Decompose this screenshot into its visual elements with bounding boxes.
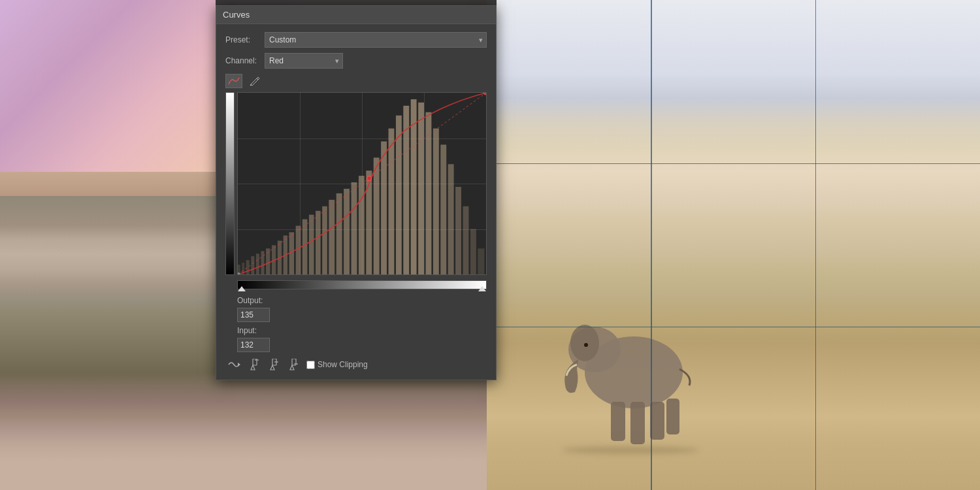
curves-canvas-container xyxy=(237,92,487,275)
svg-rect-23 xyxy=(322,206,327,274)
svg-rect-5 xyxy=(650,402,664,440)
output-row: Output: xyxy=(237,296,487,305)
svg-rect-37 xyxy=(426,112,432,274)
svg-rect-24 xyxy=(329,200,335,274)
input-gradient-wrapper xyxy=(237,280,487,289)
preset-label: Preset: xyxy=(225,35,265,44)
svg-rect-43 xyxy=(470,229,476,275)
input-gradient-section xyxy=(237,280,487,289)
bottom-toolbar: Show Clipping xyxy=(225,357,487,372)
pencil-tool-button[interactable] xyxy=(246,74,263,88)
svg-rect-13 xyxy=(261,251,264,274)
svg-rect-38 xyxy=(433,129,439,274)
eyedropper-white-icon xyxy=(289,359,299,370)
channel-label: Channel: xyxy=(225,56,265,65)
svg-rect-21 xyxy=(309,215,314,274)
output-gradient xyxy=(225,92,235,275)
svg-rect-29 xyxy=(366,171,372,274)
svg-rect-44 xyxy=(478,248,484,274)
svg-rect-40 xyxy=(448,164,454,274)
svg-rect-12 xyxy=(256,253,259,274)
input-field-label: Input: xyxy=(237,326,270,335)
eyedropper-black-icon xyxy=(250,359,260,370)
preset-select-wrapper: Custom Default Strong Contrast Linear Co… xyxy=(265,32,487,48)
svg-rect-22 xyxy=(316,211,321,274)
svg-rect-28 xyxy=(359,176,365,274)
preset-select[interactable]: Custom Default Strong Contrast Linear Co… xyxy=(265,32,487,48)
auto-icon xyxy=(227,359,240,370)
input-handle-white[interactable] xyxy=(478,286,486,291)
curves-dialog: Curves Preset: Custom Default Strong Con… xyxy=(216,5,497,380)
svg-rect-26 xyxy=(344,189,350,274)
curves-svg xyxy=(238,93,486,274)
eyedropper-gray-button[interactable] xyxy=(267,357,282,372)
input-row: Input: xyxy=(237,326,487,335)
dialog-titlebar: Curves xyxy=(216,6,496,24)
control-point-main[interactable] xyxy=(367,176,372,181)
dialog-title: Curves xyxy=(223,10,250,20)
auto-button[interactable] xyxy=(225,357,242,372)
show-clipping-checkbox[interactable] xyxy=(306,361,315,369)
pencil-tool-icon xyxy=(250,76,260,86)
svg-rect-32 xyxy=(389,129,395,274)
curve-tool-icon xyxy=(228,76,240,86)
svg-rect-30 xyxy=(374,157,380,274)
input-gradient-bar[interactable] xyxy=(237,280,487,289)
eyedropper-black-button[interactable] xyxy=(248,357,262,372)
svg-point-47 xyxy=(483,93,486,95)
curve-tool-button[interactable] xyxy=(225,74,242,88)
curves-area-wrapper xyxy=(225,92,487,275)
show-clipping-text: Show Clipping xyxy=(318,360,368,369)
svg-rect-27 xyxy=(351,182,357,274)
svg-point-2 xyxy=(570,325,599,361)
input-value-field[interactable] xyxy=(237,338,270,352)
svg-rect-31 xyxy=(381,141,387,274)
input-handle-black[interactable] xyxy=(238,286,246,291)
svg-rect-36 xyxy=(418,103,424,274)
eyedropper-gray-icon xyxy=(269,359,280,370)
svg-rect-3 xyxy=(611,402,625,441)
output-side xyxy=(225,92,235,275)
channel-select[interactable]: RGB Red Green Blue xyxy=(265,53,343,69)
tool-row xyxy=(225,74,487,88)
output-value-row xyxy=(237,308,487,322)
svg-rect-25 xyxy=(336,193,342,274)
preset-row: Preset: Custom Default Strong Contrast L… xyxy=(225,32,487,48)
svg-rect-11 xyxy=(251,256,254,274)
svg-point-7 xyxy=(584,343,588,347)
svg-rect-6 xyxy=(666,399,679,434)
input-value-row xyxy=(237,338,487,352)
svg-rect-42 xyxy=(463,206,469,274)
svg-rect-4 xyxy=(630,402,645,444)
output-field-label: Output: xyxy=(237,296,270,305)
output-value-field[interactable] xyxy=(237,308,270,322)
show-clipping-label[interactable]: Show Clipping xyxy=(306,360,368,369)
curves-canvas[interactable] xyxy=(237,92,487,275)
svg-rect-39 xyxy=(440,144,446,274)
elephant-image xyxy=(552,255,715,451)
eyedropper-white-button[interactable] xyxy=(287,357,301,372)
svg-rect-19 xyxy=(296,226,301,274)
channel-select-wrapper: RGB Red Green Blue xyxy=(265,53,343,69)
dialog-content: Preset: Custom Default Strong Contrast L… xyxy=(216,24,496,380)
svg-rect-10 xyxy=(246,260,250,274)
svg-rect-20 xyxy=(302,220,308,274)
elephant-shadow xyxy=(562,446,699,454)
channel-row: Channel: RGB Red Green Blue xyxy=(225,53,487,69)
svg-rect-41 xyxy=(455,187,461,274)
svg-marker-48 xyxy=(238,363,240,367)
background-right xyxy=(487,0,980,490)
